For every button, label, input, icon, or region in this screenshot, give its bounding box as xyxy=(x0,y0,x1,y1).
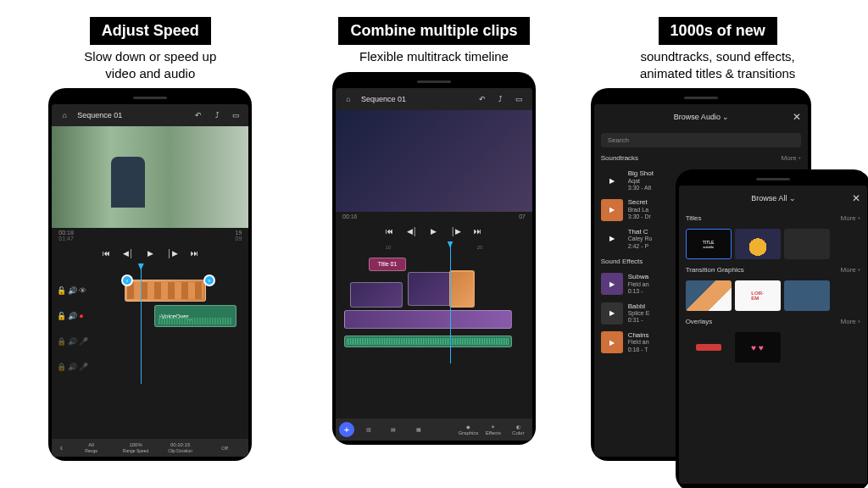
mic-icon[interactable]: 🎤 xyxy=(79,363,87,371)
phone-2: ⌂ Sequence 01 ↶ ⤴ ▭ 00:16 07 ⏮ ◀│ ▶ │▶ ⏭ xyxy=(332,72,536,445)
record-icon[interactable]: ● xyxy=(79,312,87,320)
range-all[interactable]: AllRange xyxy=(70,442,112,453)
voiceover-clip[interactable]: ♪ VoiceOver_ xyxy=(154,305,236,327)
volume-icon[interactable]: 🔊 xyxy=(68,337,76,346)
tool-2-icon[interactable]: ▤ xyxy=(382,426,403,432)
lock-icon[interactable]: 🔒 xyxy=(57,363,65,371)
more-link[interactable]: More › xyxy=(782,154,801,162)
play-icon[interactable]: ▶ xyxy=(601,228,623,250)
home-icon[interactable]: ⌂ xyxy=(342,93,354,105)
more-link[interactable]: More › xyxy=(841,318,860,325)
lock-icon[interactable]: 🔒 xyxy=(57,337,65,346)
volume-icon[interactable]: 🔊 xyxy=(68,286,76,295)
overlays-label: Overlays xyxy=(686,318,713,325)
preview-player[interactable] xyxy=(336,110,532,212)
search-input[interactable]: Search xyxy=(601,133,801,147)
speed-bottom-bar: ‹ AllRange 100%Range Speed 00:10:15Clip … xyxy=(52,439,248,457)
clip-handle-left[interactable]: ‹ xyxy=(121,274,133,286)
transport: ⏮ ◀│ ▶ │▶ ⏭ xyxy=(52,243,248,263)
tool-3-icon[interactable]: ▦ xyxy=(408,426,429,432)
comment-icon[interactable]: ▭ xyxy=(230,109,242,121)
retro-tile[interactable] xyxy=(735,229,781,259)
home-icon[interactable]: ⌂ xyxy=(58,109,70,121)
soundtracks-label: Soundtracks xyxy=(601,154,638,162)
prev-icon[interactable]: ⏮ xyxy=(383,225,397,238)
more-link[interactable]: More › xyxy=(841,214,860,222)
chevron-down-icon[interactable]: ⌄ xyxy=(789,194,796,202)
phone-4: Browse All ⌄ ✕ TitlesMore › TITLEsubtitl… xyxy=(676,169,868,488)
effects-tab[interactable]: ✦Effects xyxy=(482,424,504,435)
lorem-tile[interactable]: LOR- EM xyxy=(735,280,781,311)
share-icon[interactable]: ⤴ xyxy=(495,93,507,105)
browse-header: Browse All ⌄ ✕ xyxy=(679,186,867,211)
video-strip[interactable] xyxy=(344,310,512,329)
playhead[interactable] xyxy=(450,241,451,363)
effects-label: Sound Effects xyxy=(601,258,643,265)
mic-icon[interactable]: 🎤 xyxy=(79,337,87,346)
undo-icon[interactable]: ↶ xyxy=(476,93,488,105)
topbar: ⌂ Sequence 01 ↶ ⤴ ▭ xyxy=(52,104,248,126)
undo-icon[interactable]: ↶ xyxy=(192,109,204,121)
timeline[interactable]: 1020 Title 01 xyxy=(336,241,532,363)
play-icon[interactable]: ▶ xyxy=(601,199,623,221)
color-tab[interactable]: ◐Color xyxy=(508,424,529,435)
play-icon[interactable]: ▶ xyxy=(427,225,441,238)
preview-player[interactable] xyxy=(52,126,248,228)
playhead[interactable] xyxy=(141,263,142,384)
more-link[interactable]: More › xyxy=(841,266,860,274)
chevron-down-icon[interactable]: ⌄ xyxy=(722,113,729,121)
add-button[interactable]: + xyxy=(339,422,354,437)
col1-title: Adjust Speed xyxy=(90,17,211,45)
next-icon[interactable]: ⏭ xyxy=(187,247,201,260)
timecodes: 00:16 07 xyxy=(336,212,532,221)
volume-icon[interactable]: 🔊 xyxy=(68,363,76,371)
prev-icon[interactable]: ⏮ xyxy=(99,247,113,260)
eye-icon[interactable]: 👁 xyxy=(79,286,87,295)
video-clip-selected[interactable] xyxy=(449,270,476,308)
titles-label: Titles xyxy=(686,214,702,222)
lock-icon[interactable]: 🔓 xyxy=(57,286,65,295)
range-speed[interactable]: 100%Range Speed xyxy=(115,442,157,453)
subscribe-tile[interactable] xyxy=(686,332,732,363)
play-icon[interactable]: ▶ xyxy=(601,169,623,191)
transport: ⏮ ◀│ ▶ │▶ ⏭ xyxy=(336,221,532,241)
audio-wave[interactable] xyxy=(344,336,512,347)
hearts-tile[interactable]: ♥ ♥ xyxy=(735,332,781,363)
volume-icon[interactable]: 🔊 xyxy=(68,312,76,320)
off-toggle[interactable]: Off xyxy=(204,446,246,451)
step-fwd-icon[interactable]: │▶ xyxy=(449,225,463,238)
graphics-tab[interactable]: ◆Graphics xyxy=(458,424,479,435)
play-icon[interactable]: ▶ xyxy=(601,302,623,324)
close-icon[interactable]: ✕ xyxy=(852,192,860,204)
col1-subtitle: Slow down or speed up video and audio xyxy=(84,48,216,81)
tool-1-icon[interactable]: ▥ xyxy=(358,426,379,432)
back-icon[interactable]: ‹ xyxy=(55,443,67,452)
step-fwd-icon[interactable]: │▶ xyxy=(165,247,179,260)
video-clip[interactable] xyxy=(125,280,207,302)
close-icon[interactable]: ✕ xyxy=(793,111,801,123)
timeline[interactable]: 🔓 🔊 👁 ‹ › 🔓 🔊 xyxy=(52,263,248,384)
timecodes: 00:1801:47 1909 xyxy=(52,228,248,243)
col2-title: Combine multiple clips xyxy=(338,17,529,45)
play-icon[interactable]: ▶ xyxy=(143,247,157,260)
transition-tile[interactable] xyxy=(686,280,732,311)
title-tile[interactable]: TITLEsubtitle xyxy=(686,229,732,259)
play-icon[interactable]: ▶ xyxy=(601,273,623,295)
title-tile-3[interactable] xyxy=(784,229,830,259)
clip-duration[interactable]: 00:10:15Clip Duration xyxy=(159,442,201,453)
comment-icon[interactable]: ▭ xyxy=(514,93,526,105)
phone-1: ⌂ Sequence 01 ↶ ⤴ ▭ 00:1801:47 1909 ⏮ ◀│… xyxy=(48,88,252,461)
transition-tile-3[interactable] xyxy=(784,280,830,311)
title-clip[interactable]: Title 01 xyxy=(369,258,406,271)
share-icon[interactable]: ⤴ xyxy=(211,109,223,121)
step-back-icon[interactable]: ◀│ xyxy=(121,247,135,260)
next-icon[interactable]: ⏭ xyxy=(471,225,485,238)
transitions-label: Transition Graphics xyxy=(686,266,744,274)
play-icon[interactable]: ▶ xyxy=(601,331,623,353)
video-clip-1[interactable] xyxy=(350,282,403,308)
overlay-tile-3[interactable] xyxy=(784,332,830,363)
lock-icon[interactable]: 🔓 xyxy=(57,312,65,320)
step-back-icon[interactable]: ◀│ xyxy=(405,225,419,238)
clip-handle-right[interactable]: › xyxy=(203,274,215,286)
browse-header: Browse Audio ⌄ ✕ xyxy=(594,104,808,130)
